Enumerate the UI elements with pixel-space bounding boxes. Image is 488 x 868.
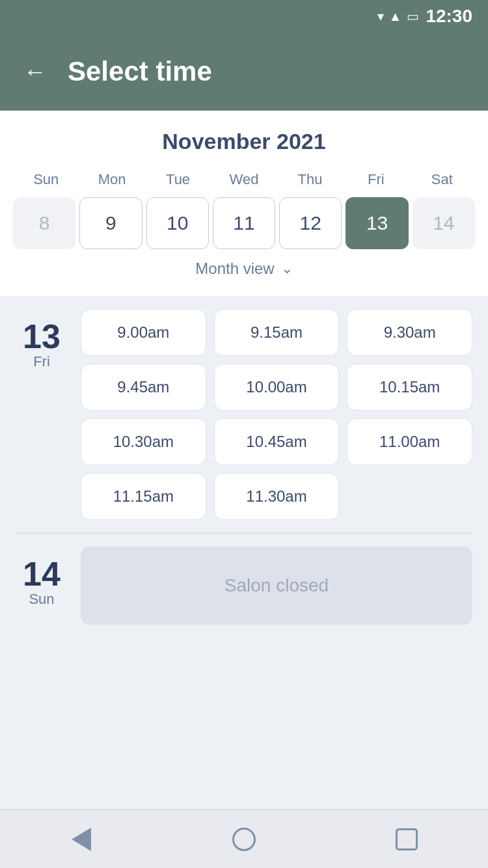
date-10[interactable]: 10 bbox=[146, 197, 209, 249]
date-13[interactable]: 13 bbox=[346, 197, 408, 249]
date-12[interactable]: 12 bbox=[279, 197, 342, 249]
time-slots-section: 13 Fri 9.00am 9.15am 9.30am 9.45am 10.00… bbox=[0, 296, 488, 809]
home-nav-icon bbox=[232, 828, 256, 851]
chevron-down-icon: ⌄ bbox=[281, 260, 293, 277]
time-slot-900am[interactable]: 9.00am bbox=[81, 309, 206, 356]
recent-nav-icon bbox=[396, 828, 418, 850]
day-label-14: 14 Sun bbox=[16, 547, 68, 625]
day-name-13: Fri bbox=[33, 353, 50, 370]
header: ← Select time bbox=[0, 33, 488, 111]
day-block-14: 14 Sun Salon closed bbox=[16, 547, 472, 625]
signal-icon: ▲ bbox=[389, 9, 402, 24]
month-view-toggle[interactable]: Month view ⌄ bbox=[13, 249, 475, 283]
status-bar: ▾ ▲ ▭ 12:30 bbox=[0, 0, 488, 33]
time-slot-1015am[interactable]: 10.15am bbox=[347, 364, 472, 411]
time-slot-1130am[interactable]: 11.30am bbox=[214, 473, 340, 520]
day-name-14: Sun bbox=[29, 591, 54, 608]
time-slot-1100am[interactable]: 11.00am bbox=[347, 418, 472, 465]
day-number-14: 14 bbox=[23, 557, 61, 591]
day-header-sun: Sun bbox=[13, 167, 79, 192]
day-header-thu: Thu bbox=[277, 167, 343, 192]
time-slot-930am[interactable]: 9.30am bbox=[347, 309, 472, 356]
day-header-fri: Fri bbox=[343, 167, 409, 192]
time-slot-945am[interactable]: 9.45am bbox=[81, 364, 206, 411]
day-number-13: 13 bbox=[23, 319, 61, 353]
time-slot-1000am[interactable]: 10.00am bbox=[214, 364, 340, 411]
time-slot-1045am[interactable]: 10.45am bbox=[214, 418, 340, 465]
day-header-tue: Tue bbox=[145, 167, 211, 192]
calendar-section: November 2021 Sun Mon Tue Wed Thu Fri Sa… bbox=[0, 111, 488, 296]
date-row: 8 9 10 11 12 13 14 bbox=[13, 197, 475, 249]
day-header-wed: Wed bbox=[211, 167, 277, 192]
time-grid-13: 9.00am 9.15am 9.30am 9.45am 10.00am 10.1… bbox=[81, 309, 472, 520]
day-label-13: 13 Fri bbox=[16, 309, 68, 520]
day-block-13: 13 Fri 9.00am 9.15am 9.30am 9.45am 10.00… bbox=[16, 309, 472, 520]
back-nav-icon bbox=[72, 828, 91, 851]
day-header-sat: Sat bbox=[409, 167, 475, 192]
battery-icon: ▭ bbox=[407, 8, 419, 24]
time-slot-1030am[interactable]: 10.30am bbox=[81, 418, 206, 465]
day-headers: Sun Mon Tue Wed Thu Fri Sat bbox=[13, 167, 475, 192]
day-header-mon: Mon bbox=[79, 167, 144, 192]
nav-back-button[interactable] bbox=[65, 823, 98, 856]
date-8: 8 bbox=[13, 197, 75, 249]
date-9[interactable]: 9 bbox=[79, 197, 142, 249]
back-button[interactable]: ← bbox=[23, 58, 47, 85]
month-view-label: Month view bbox=[195, 260, 274, 278]
page-title: Select time bbox=[68, 56, 212, 87]
time-slot-915am[interactable]: 9.15am bbox=[214, 309, 340, 356]
nav-recent-button[interactable] bbox=[390, 823, 423, 856]
nav-home-button[interactable] bbox=[228, 823, 260, 856]
date-14: 14 bbox=[413, 197, 475, 249]
salon-closed-box: Salon closed bbox=[81, 547, 472, 625]
nav-bar bbox=[0, 809, 488, 868]
status-icons: ▾ ▲ ▭ bbox=[377, 8, 420, 24]
month-title: November 2021 bbox=[13, 129, 475, 154]
date-11[interactable]: 11 bbox=[213, 197, 275, 249]
salon-closed-label: Salon closed bbox=[224, 575, 329, 596]
time-slot-1115am[interactable]: 11.15am bbox=[81, 473, 206, 520]
wifi-icon: ▾ bbox=[377, 8, 384, 24]
status-time: 12:30 bbox=[426, 6, 472, 27]
section-divider bbox=[16, 533, 472, 534]
